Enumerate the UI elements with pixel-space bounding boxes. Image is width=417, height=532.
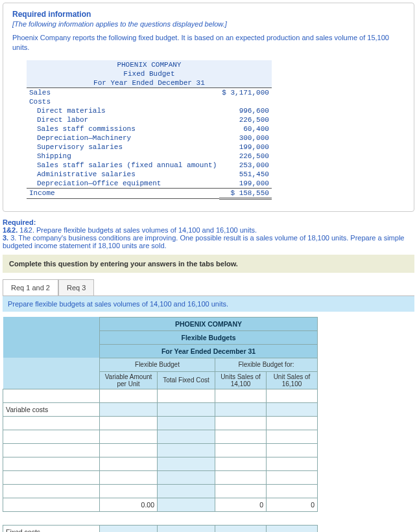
col-group-flex-budget: Flexible Budget [100,358,215,371]
amt-depm: 300,000 [219,133,272,143]
col-16100: Unit Sales of 16,100 [267,371,318,389]
sheet-company: PHOENIX COMPANY [100,317,318,330]
instruction-bar: Complete this question by entering your … [3,255,414,273]
amt-sss: 253,000 [219,161,272,170]
col-var-per-unit: Variable Amount per Unit [100,371,158,389]
budget-title: Fixed Budget [27,69,272,78]
amt-sales: $ 3,171,000 [219,87,272,97]
amt-sup: 199,000 [219,143,272,152]
required-info-heading: Required information [12,10,405,19]
scope-note: [The following information applies to th… [12,20,405,28]
req-line-3: 3. 3. The company's business conditions … [3,234,404,249]
row-sup: Supervisory salaries [27,143,219,152]
amt-depo: 199,000 [219,179,272,189]
input-label-cell[interactable] [3,389,100,402]
required-heading: Required: [3,218,36,226]
amt-dm: 996,600 [219,106,272,115]
fixed-budget-table: PHOENIX COMPANY Fixed Budget For Year En… [27,60,272,200]
required-info-panel: Required information [The following info… [3,3,414,212]
variable-costs-label: Variable costs [3,402,100,416]
amt-dl: 226,500 [219,115,272,124]
row-dl: Direct labor [27,115,219,124]
row-depm: Depreciation—Machinery [27,133,219,143]
col-total-fixed: Total Fixed Cost [158,371,215,389]
amt-ssc: 60,400 [219,124,272,133]
row-admin: Administrative salaries [27,170,219,179]
row-dm: Direct materials [27,106,219,115]
var-16100-cell: 0 [267,498,318,511]
col-group-flex-for: Flexible Budget for: [215,358,318,371]
amt-ship: 226,500 [219,152,272,161]
row-ship: Shipping [27,152,219,161]
sheet-title: Flexible Budgets [100,330,318,344]
company-name: PHOENIX COMPANY [27,60,272,69]
budget-period: For Year Ended December 31 [27,78,272,88]
row-sales: Sales [27,87,219,97]
amt-admin: 551,450 [219,170,272,179]
col-14100: Units Sales of 14,100 [215,371,267,389]
row-ssc: Sales staff commissions [27,124,219,133]
amt-income: $ 158,550 [219,188,272,198]
sheet-period: For Year Ended December 31 [100,344,318,358]
prompt-bar: Prepare flexible budgets at sales volume… [3,295,414,312]
row-depo: Depreciation—Office equipment [27,179,219,189]
flexible-budget-sheet: PHOENIX COMPANY Flexible Budgets For Yea… [3,317,318,532]
tab-strip: Req 1 and 2 Req 3 [3,279,414,295]
fixed-costs-label: Fixed costs [3,525,100,532]
row-sss: Sales staff salaries (fixed annual amoun… [27,161,219,170]
row-income: Income [27,188,219,198]
row-costs: Costs [27,97,219,106]
requirements-block: Required: 1&2. 1&2. Prepare flexible bud… [3,218,414,249]
req-line-1-2: 1&2. 1&2. Prepare flexible budgets at sa… [3,226,257,234]
tab-req-1-2[interactable]: Req 1 and 2 [3,279,58,295]
var-14100-cell: 0 [215,498,267,511]
var-total-cell: 0.00 [100,498,158,511]
intro-text: Phoenix Company reports the following fi… [12,33,405,52]
tab-req-3[interactable]: Req 3 [58,279,94,295]
